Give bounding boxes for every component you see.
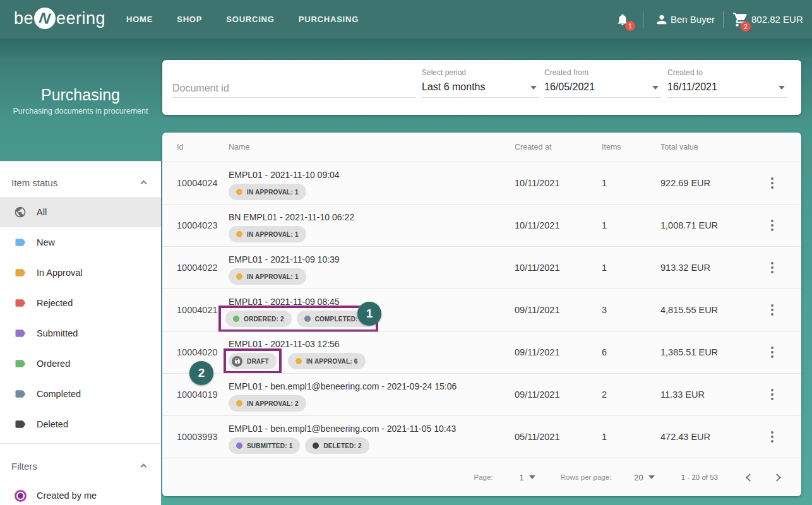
rows-per-page-select[interactable]: 20 (634, 473, 654, 482)
rows-per-page-label: Rows per page: (561, 473, 612, 481)
cell-total-value: 4,815.55 EUR (660, 305, 743, 315)
item-status-list: All New In Approval Rejected Submitted O… (0, 197, 161, 439)
pagination-range: 1 - 20 of 53 (681, 473, 718, 481)
status-chip: IN APPROVAL: 1 (229, 184, 306, 200)
status-dot-icon (296, 358, 302, 364)
item-status-section-header[interactable]: Item status (0, 168, 161, 197)
period-select[interactable]: Select period Last 6 months (422, 68, 539, 98)
cell-created-at: 10/11/2021 (515, 220, 602, 230)
cell-id: 10004024 (177, 178, 229, 188)
cell-total-value: 11.33 EUR (660, 389, 743, 400)
cell-created-at: 05/11/2021 (515, 432, 602, 442)
user-name[interactable]: Ben Buyer (671, 0, 715, 39)
sidebar-item-submitted[interactable]: Submitted (0, 318, 161, 348)
status-chip: SUBMITTED: 1 (229, 437, 300, 454)
table-body: 10004024 EMPL01 - 2021-11-10 09:04 IN AP… (162, 162, 801, 458)
row-actions-menu-button[interactable] (767, 427, 777, 446)
cell-total-value: 1,385.51 EUR (660, 347, 743, 357)
cart-count-badge: 2 (741, 21, 751, 32)
row-actions-menu-button[interactable] (767, 174, 777, 193)
document-id-field (172, 79, 415, 98)
cell-created-at: 09/11/2021 (515, 389, 602, 400)
document-name: EMPL01 - 2021-11-09 10:39 (229, 253, 515, 266)
sidebar-item-created-by-me[interactable]: Created by me (0, 480, 161, 505)
previous-page-button[interactable] (743, 471, 756, 484)
next-page-button[interactable] (770, 471, 784, 484)
save-icon (232, 356, 242, 367)
cell-created-at: 10/11/2021 (515, 263, 602, 273)
page-title: Purchasing (0, 86, 161, 104)
table-row[interactable]: 10004021 EMPL01 - 2021-11-09 08:45 ORDER… (162, 288, 801, 331)
logo-text-right: eering (56, 9, 105, 28)
chevron-right-icon (773, 473, 781, 482)
page-select[interactable]: 1 (520, 473, 535, 482)
document-name: EMPL01 - ben.empl1@beneering.com - 2021-… (229, 422, 515, 435)
sidebar-item-new[interactable]: New (0, 227, 161, 258)
notifications-bell-button[interactable] (616, 0, 630, 39)
row-actions-menu-button[interactable] (767, 300, 777, 319)
chevron-down-icon (779, 86, 785, 90)
radio-selected-icon (15, 490, 27, 502)
nav-item-sourcing[interactable]: SOURCING (226, 15, 274, 24)
cell-name: EMPL01 - ben.empl1@beneering.com - 2021-… (229, 416, 515, 458)
logo-text-left: be (14, 9, 33, 28)
status-chip: DRAFT (229, 353, 277, 369)
table-row[interactable]: 10004020 EMPL01 - 2021-11-03 12:56 DRAFT… (162, 331, 801, 373)
status-dot-icon (236, 400, 242, 407)
label-icon (14, 388, 27, 400)
row-actions-menu-button[interactable] (767, 216, 777, 235)
cell-name: EMPL01 - 2021-11-09 08:45 ORDERED: 2COMP… (229, 289, 515, 331)
status-chip: IN APPROVAL: 1 (229, 268, 306, 285)
table-row[interactable]: 10004023 BN EMPL01 - 2021-11-10 06:22 IN… (162, 204, 801, 246)
cell-total-value: 472.43 EUR (660, 432, 743, 442)
row-actions-menu-button[interactable] (767, 258, 777, 277)
navbar-divider (643, 11, 643, 28)
annotation-badge-1: 1 (357, 302, 381, 326)
cell-name: EMPL01 - 2021-11-09 10:39 IN APPROVAL: 1 (229, 247, 515, 288)
beneering-logo[interactable]: be N eering (14, 8, 105, 29)
nav-item-home[interactable]: HOME (126, 15, 153, 24)
page-label: Page: (474, 473, 493, 481)
cell-items: 1 (602, 220, 660, 230)
sidebar-item-in-approval[interactable]: In Approval (0, 258, 161, 288)
chevron-up-icon (141, 464, 147, 470)
created-to-select[interactable]: Created to 16/11/2021 (667, 68, 787, 98)
document-id-input[interactable] (172, 79, 415, 98)
row-actions-menu-button[interactable] (767, 385, 777, 404)
sidebar-item-all[interactable]: All (0, 197, 161, 227)
cart-button[interactable] (732, 0, 749, 39)
status-chip-row: SUBMITTED: 1DELETED: 2 (229, 437, 515, 454)
sidebar-item-ordered[interactable]: Ordered (0, 348, 161, 379)
status-dot-icon (304, 316, 311, 322)
created-from-select[interactable]: Created from 16/05/2021 (544, 68, 661, 98)
table-row[interactable]: 10004022 EMPL01 - 2021-11-09 10:39 IN AP… (162, 246, 801, 288)
cell-name: EMPL01 - 2021-11-10 09:04 IN APPROVAL: 1 (229, 162, 515, 204)
filters-title: Filters (11, 461, 37, 472)
status-chip: IN APPROVAL: 1 (229, 226, 306, 242)
cell-id: 10004022 (177, 263, 229, 273)
table-pagination: Page: 1 Rows per page: 20 1 - 20 of 53 (162, 458, 801, 496)
user-account-button[interactable] (655, 0, 669, 39)
nav-item-shop[interactable]: SHOP (177, 15, 202, 24)
cell-id: 10004023 (177, 220, 229, 230)
status-chip-row: IN APPROVAL: 1 (229, 184, 515, 200)
label-icon (14, 327, 27, 340)
sidebar-item-completed[interactable]: Completed (0, 379, 161, 409)
status-dot-icon (233, 316, 239, 322)
chevron-down-icon (530, 86, 537, 90)
filters-section-header[interactable]: Filters (0, 451, 161, 480)
nav-item-purchasing[interactable]: PURCHASING (299, 15, 359, 24)
table-row[interactable]: 10004024 EMPL01 - 2021-11-10 09:04 IN AP… (162, 162, 801, 204)
status-chip: DELETED: 2 (305, 437, 369, 454)
column-header: Items (602, 143, 660, 152)
label-icon (14, 357, 27, 370)
sidebar-item-rejected[interactable]: Rejected (0, 288, 161, 318)
cart-total[interactable]: 802.82 EUR (751, 0, 803, 39)
row-actions-menu-button[interactable] (767, 343, 777, 362)
table-row[interactable]: 10003993 EMPL01 - ben.empl1@beneering.co… (162, 415, 801, 458)
sidebar-item-deleted[interactable]: Deleted (0, 409, 161, 439)
column-header: Id (177, 143, 229, 152)
navbar-divider (723, 11, 724, 28)
table-row[interactable]: 10004019 EMPL01 - ben.empl1@beneering.co… (162, 373, 801, 415)
cell-name: EMPL01 - ben.empl1@beneering.com - 2021-… (229, 374, 515, 415)
